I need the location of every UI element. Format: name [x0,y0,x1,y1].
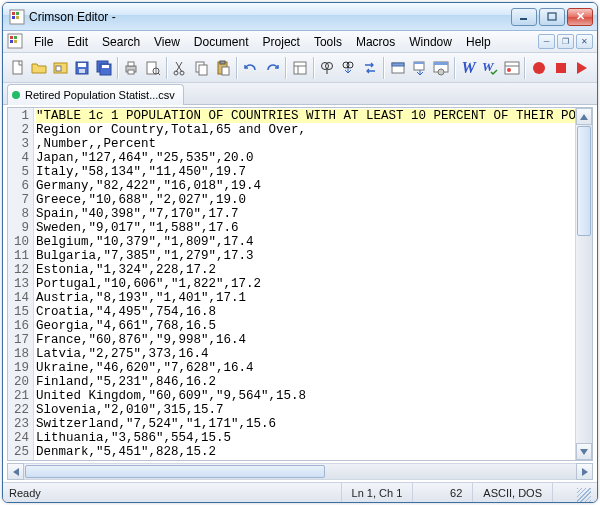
code-line[interactable]: Finland,"5,231",846,16.2 [36,375,575,389]
code-line[interactable]: "TABLE 1c 1 POPULATION OF COUNTRIES WITH… [36,109,575,123]
w-icon: W [461,59,475,77]
open-file-button[interactable] [29,56,51,80]
tab-label: Retired Population Statist...csv [25,89,175,101]
mdi-restore-button[interactable]: ❐ [557,34,574,49]
chevron-up-icon [580,114,588,120]
next-bookmark-button[interactable] [409,56,431,80]
menu-help[interactable]: Help [459,33,498,51]
scroll-up-button[interactable] [576,108,592,125]
svg-point-50 [438,69,444,75]
toggle-view-button[interactable] [289,56,311,80]
menu-project[interactable]: Project [256,33,307,51]
macro-stop-button[interactable] [550,56,572,80]
chevron-right-icon [582,468,588,476]
redo-button[interactable] [262,56,284,80]
code-line[interactable]: Switzerland,"7,524","1,171",15.6 [36,417,575,431]
svg-rect-32 [199,65,207,75]
code-line[interactable]: ,Number,,Percent [36,137,575,151]
code-line[interactable]: Lithuania,"3,586",554,15.5 [36,431,575,445]
code-line[interactable]: Austria,"8,193","1,401",17.1 [36,291,575,305]
menu-view[interactable]: View [147,33,187,51]
tabbar: Retired Population Statist...csv [3,83,597,105]
code-line[interactable]: Spain,"40,398","7,170",17.7 [36,207,575,221]
code-line[interactable]: Croatia,"4,495",754,16.8 [36,305,575,319]
svg-rect-52 [505,62,519,74]
undo-button[interactable] [240,56,262,80]
size-grip-icon[interactable] [577,488,591,502]
code-line[interactable]: Slovenia,"2,010",315,15.7 [36,403,575,417]
spell-button[interactable]: W [479,56,501,80]
code-line[interactable]: Japan,"127,464","25,535",20.0 [36,151,575,165]
new-file-button[interactable] [7,56,29,80]
vertical-scroll-thumb[interactable] [577,126,591,236]
line-number: 24 [8,431,29,445]
app-icon [9,9,25,25]
svg-rect-10 [10,40,13,43]
chevron-down-icon [580,449,588,455]
horizontal-scroll-thumb[interactable] [25,465,325,478]
code-line[interactable]: Belgium,"10,379","1,809",17.4 [36,235,575,249]
print-preview-button[interactable] [142,56,164,80]
mdi-close-button[interactable]: ✕ [576,34,593,49]
menu-search[interactable]: Search [95,33,147,51]
code-line[interactable]: Germany,"82,422","16,018",19.4 [36,179,575,193]
code-line[interactable]: France,"60,876","9,998",16.4 [36,333,575,347]
code-line[interactable]: United Kingdom,"60,609","9,564",15.8 [36,389,575,403]
line-number: 4 [8,151,29,165]
word-wrap-button[interactable]: W [458,56,480,80]
code-view[interactable]: "TABLE 1c 1 POPULATION OF COUNTRIES WITH… [34,108,575,460]
vertical-scrollbar[interactable] [575,108,592,460]
bookmark-button[interactable] [387,56,409,80]
scroll-left-button[interactable] [7,463,24,480]
code-line[interactable]: Sweden,"9,017","1,588",17.6 [36,221,575,235]
find-button[interactable] [317,56,339,80]
code-line[interactable]: Georgia,"4,661",768,16.5 [36,319,575,333]
browse-button[interactable] [50,56,72,80]
code-line[interactable]: Greece,"10,688","2,027",19.0 [36,193,575,207]
scroll-down-button[interactable] [576,443,592,460]
macro-play-button[interactable] [571,56,593,80]
menu-window[interactable]: Window [402,33,459,51]
code-line[interactable]: Bulgaria,"7,385","1,279",17.3 [36,249,575,263]
menu-document[interactable]: Document [187,33,256,51]
maximize-button[interactable] [539,8,565,26]
menubar-app-icon[interactable] [7,33,23,49]
mdi-minimize-button[interactable]: ─ [538,34,555,49]
save-all-button[interactable] [93,56,115,80]
code-line[interactable]: Region or Country,Total,65 and Over, [36,123,575,137]
minimize-button[interactable] [511,8,537,26]
code-line[interactable]: Estonia,"1,324",228,17.2 [36,263,575,277]
save-button[interactable] [72,56,94,80]
cut-button[interactable] [170,56,192,80]
file-tab[interactable]: Retired Population Statist...csv [7,84,184,105]
line-number: 7 [8,193,29,207]
menu-macros[interactable]: Macros [349,33,402,51]
code-line[interactable]: Hungary,"9,981","1,518",15.2 [36,459,575,460]
svg-rect-3 [12,16,15,19]
config-button[interactable] [430,56,452,80]
find-next-button[interactable] [338,56,360,80]
code-line[interactable]: Italy,"58,134","11,450",19.7 [36,165,575,179]
code-line[interactable]: Portugal,"10,606","1,822",17.2 [36,277,575,291]
svg-rect-1 [12,12,15,15]
tools-button[interactable] [501,56,523,80]
copy-button[interactable] [191,56,213,80]
scroll-right-button[interactable] [576,463,593,480]
code-line[interactable]: Ukraine,"46,620","7,628",16.4 [36,361,575,375]
print-button[interactable] [121,56,143,80]
replace-button[interactable] [360,56,382,80]
horizontal-scrollbar[interactable] [7,463,593,480]
paste-button[interactable] [213,56,235,80]
code-line[interactable]: Latvia,"2,275",373,16.4 [36,347,575,361]
menu-tools[interactable]: Tools [307,33,349,51]
close-button[interactable]: ✕ [567,8,593,26]
titlebar[interactable]: Crimson Editor - ✕ [3,3,597,31]
macro-record-button[interactable] [528,56,550,80]
svg-rect-45 [392,63,404,66]
svg-point-43 [347,62,353,68]
code-line[interactable]: Denmark,"5,451",828,15.2 [36,445,575,459]
line-number-gutter: 1234567891011121314151617181920212223242… [8,108,34,460]
line-number: 14 [8,291,29,305]
menu-file[interactable]: File [27,33,60,51]
menu-edit[interactable]: Edit [60,33,95,51]
